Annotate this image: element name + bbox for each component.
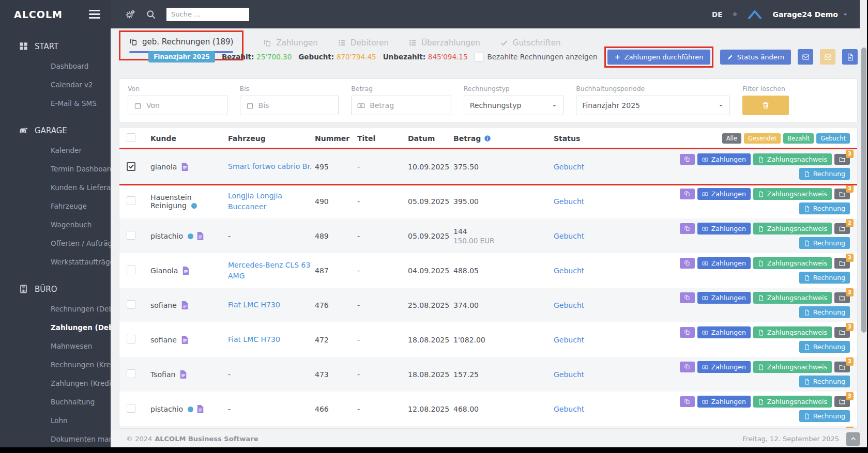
status-link[interactable]: Gebucht xyxy=(554,197,584,206)
documents-folder-button[interactable]: 3 xyxy=(834,362,850,372)
documents-folder-button[interactable]: 3 xyxy=(834,327,850,338)
show-paid-checkbox[interactable] xyxy=(475,53,483,61)
sidebar-item-kunden-lieferanten[interactable]: Kunden & Lieferanten xyxy=(0,178,111,197)
language-selector[interactable]: DE xyxy=(712,10,722,19)
copy-invoice-button[interactable] xyxy=(680,189,695,199)
sidebar-item-zahlungen-kreditoren[interactable]: Zahlungen (Kreditoren) xyxy=(0,374,111,393)
zahlungen-button[interactable]: Zahlungen xyxy=(697,257,751,269)
sidebar-item-wagenbuch[interactable]: Wagenbuch xyxy=(0,215,111,234)
copy-invoice-button[interactable] xyxy=(680,327,695,338)
tab-gutschriften[interactable]: Gutschriften xyxy=(500,32,561,48)
fiscal-year-badge[interactable]: Finanzjahr 2025 xyxy=(148,51,215,63)
row-checkbox[interactable] xyxy=(127,369,135,378)
table-row[interactable]: sofianeFiat LMC H730472-18.08.20251'082.… xyxy=(119,322,857,357)
settings-gears-icon[interactable] xyxy=(125,9,135,20)
documents-folder-button[interactable]: 3 xyxy=(834,189,850,199)
customer-document-icon[interactable] xyxy=(182,267,189,275)
customer-document-icon[interactable] xyxy=(181,301,188,309)
documents-folder-button[interactable]: 3 xyxy=(834,258,850,269)
zahlungen-button[interactable]: Zahlungen xyxy=(697,361,751,373)
execute-payments-button[interactable]: Zahlungen durchführen xyxy=(607,50,710,65)
row-checkbox[interactable] xyxy=(127,231,135,240)
customer-document-icon[interactable] xyxy=(180,370,187,379)
tab-überzahlungen[interactable]: Überzahlungen xyxy=(408,32,480,48)
row-checkbox[interactable] xyxy=(127,335,135,343)
sidebar-item-buchhaltung[interactable]: Buchhaltung xyxy=(0,393,111,411)
table-row[interactable]: pistachio-466-12.08.2025468.00GebuchtZah… xyxy=(119,392,857,426)
status-link[interactable]: Gebucht xyxy=(554,163,584,171)
rechnung-button[interactable]: Rechnung xyxy=(799,237,850,249)
zahlungsnachweis-button[interactable]: Zahlungsnachweis xyxy=(753,223,832,235)
zahlungsnachweis-button[interactable]: Zahlungsnachweis xyxy=(753,361,832,373)
row-checkbox[interactable] xyxy=(127,162,135,171)
table-row[interactable]: Hauenstein ReinigungLongjia Longjia Bucc… xyxy=(119,184,857,218)
documents-folder-button[interactable]: 3 xyxy=(834,396,850,407)
zahlungen-button[interactable]: Zahlungen xyxy=(697,223,751,235)
col-kunde[interactable]: Kunde xyxy=(150,134,228,143)
rechnung-button[interactable]: Rechnung xyxy=(799,202,850,214)
zahlungsnachweis-button[interactable]: Zahlungsnachweis xyxy=(753,292,832,304)
sidebar-item-termin-dashboard[interactable]: Termin Dashboard xyxy=(0,160,111,178)
documents-folder-button[interactable]: 3 xyxy=(834,292,850,303)
customer-document-icon[interactable] xyxy=(197,232,204,240)
col-titel[interactable]: Titel xyxy=(357,134,408,143)
rechnung-button[interactable]: Rechnung xyxy=(799,410,850,422)
copy-invoice-button[interactable] xyxy=(680,362,695,372)
table-row[interactable]: pistachio-489-05.09.2025144150.00 EURGeb… xyxy=(119,218,857,253)
col-fahrzeug[interactable]: Fahrzeug xyxy=(228,134,315,143)
copy-invoice-button[interactable] xyxy=(680,223,695,234)
tab-debitoren[interactable]: Debitoren xyxy=(338,32,389,48)
select-all-checkbox[interactable] xyxy=(127,133,135,142)
col-betrag[interactable]: Betrag xyxy=(453,134,554,143)
bis-date-field[interactable] xyxy=(240,96,339,115)
search-input[interactable] xyxy=(166,8,249,21)
legend-gesendet[interactable]: Gesendet xyxy=(744,133,781,144)
export-pdf-button[interactable] xyxy=(842,49,858,65)
von-input[interactable] xyxy=(146,101,221,110)
zahlungen-button[interactable]: Zahlungen xyxy=(697,188,751,200)
row-checkbox[interactable] xyxy=(127,300,135,309)
zahlungen-button[interactable]: Zahlungen xyxy=(697,292,751,304)
rechnung-button[interactable]: Rechnung xyxy=(799,341,850,353)
von-date-field[interactable] xyxy=(128,96,227,115)
rechnung-button[interactable]: Rechnung xyxy=(799,376,850,387)
copy-invoice-button[interactable] xyxy=(680,292,695,303)
row-checkbox[interactable] xyxy=(127,196,135,205)
clear-filter-button[interactable] xyxy=(742,96,789,115)
customer-document-icon[interactable] xyxy=(181,163,188,171)
zahlungen-button[interactable]: Zahlungen xyxy=(697,396,751,408)
vehicle-link[interactable]: Longjia Longjia Buccaneer xyxy=(228,192,282,210)
change-status-button[interactable]: Status ändern xyxy=(720,50,791,65)
status-link[interactable]: Gebucht xyxy=(554,267,584,275)
status-link[interactable]: Gebucht xyxy=(554,336,584,344)
menu-toggle-icon[interactable] xyxy=(89,8,100,21)
rechnung-button[interactable]: Rechnung xyxy=(799,168,850,180)
zahlungsnachweis-button[interactable]: Zahlungsnachweis xyxy=(753,188,832,200)
sidebar-item-kalender[interactable]: Kalender xyxy=(0,141,111,160)
tab-zahlungen[interactable]: Zahlungen xyxy=(263,32,317,48)
zahlungsnachweis-button[interactable]: Zahlungsnachweis xyxy=(753,396,832,408)
sidebar-item-calendar-v2[interactable]: Calendar v2 xyxy=(0,75,111,94)
copy-invoice-button[interactable] xyxy=(680,154,695,165)
sidebar-item-lohn[interactable]: Lohn xyxy=(0,411,111,430)
table-row[interactable]: gianolaSmart fortwo cabrio Br.495-10.09.… xyxy=(119,149,857,184)
status-link[interactable]: Gebucht xyxy=(554,232,584,240)
send-mail-button[interactable] xyxy=(798,49,813,65)
documents-folder-button[interactable]: 2 xyxy=(834,223,850,234)
vehicle-link[interactable]: Fiat LMC H730 xyxy=(228,335,280,343)
col-status[interactable]: Status xyxy=(554,134,652,143)
sidebar-item-rechnungen-kreditoren[interactable]: Rechnungen (Kreditoren) xyxy=(0,355,111,374)
send-mail-alt-button[interactable] xyxy=(820,49,835,65)
status-link[interactable]: Gebucht xyxy=(554,370,584,379)
zahlungsnachweis-button[interactable]: Zahlungsnachweis xyxy=(753,257,832,269)
status-link[interactable]: Gebucht xyxy=(554,405,584,413)
betrag-field[interactable] xyxy=(351,96,451,115)
table-row[interactable]: GianolaMercedes-Benz CLS 63 AMG487-04.09… xyxy=(119,253,857,288)
rechnung-button[interactable]: Rechnung xyxy=(799,306,850,318)
account-menu[interactable]: Garage24 Demo xyxy=(773,10,849,19)
table-row[interactable]: Tsofian-473-18.08.2025157.25GebuchtZahlu… xyxy=(119,357,857,392)
copy-invoice-button[interactable] xyxy=(680,258,695,269)
vehicle-link[interactable]: Mercedes-Benz CLS 63 AMG xyxy=(228,261,310,279)
documents-folder-button[interactable]: 3 xyxy=(834,154,850,165)
row-checkbox[interactable] xyxy=(127,265,135,274)
